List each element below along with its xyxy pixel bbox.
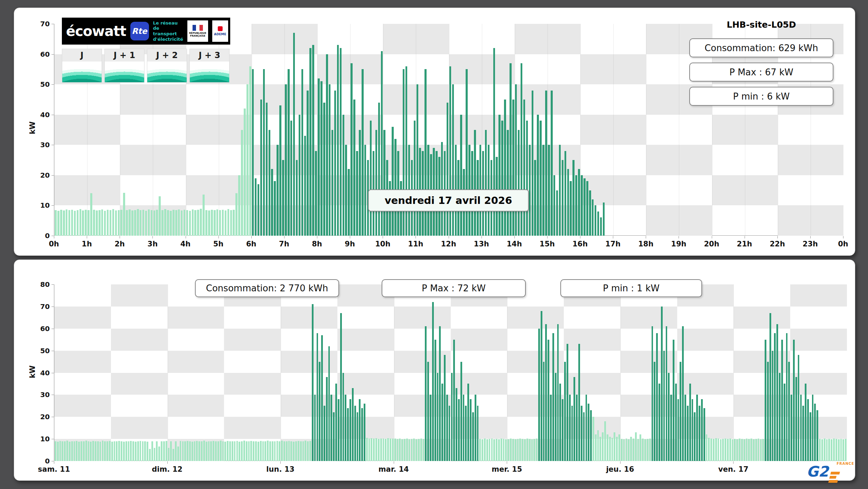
chart-bar: [71, 441, 73, 461]
chart-bar: [603, 203, 605, 236]
chart-bar: [545, 91, 547, 236]
gridline: [54, 284, 55, 461]
chart-bar: [309, 441, 311, 461]
chart-bar: [96, 210, 98, 236]
chart-bar: [774, 333, 776, 461]
x-tick-mark: [394, 461, 394, 464]
x-tick-label: mar. 14: [379, 465, 409, 473]
x-tick-mark: [317, 236, 317, 238]
chart-bar: [279, 105, 281, 236]
chart-bar: [170, 211, 172, 236]
x-tick-mark: [280, 461, 281, 464]
chart-bar: [762, 439, 764, 461]
chart-bar: [649, 439, 651, 461]
chart-bar: [493, 439, 495, 461]
chart-bar: [452, 84, 454, 236]
chart-bar: [570, 181, 572, 236]
x-tick-mark: [383, 236, 383, 238]
chart-bar: [765, 340, 766, 461]
chart-bar: [447, 103, 449, 236]
plot-checker-cell: [778, 205, 843, 236]
chart-bar: [337, 45, 339, 236]
chart-bar: [435, 340, 436, 461]
chart-bar: [635, 432, 637, 461]
chart-bar: [172, 210, 175, 236]
chart-bar: [340, 48, 342, 236]
ademe-text: ADEME: [214, 32, 226, 36]
chart-bar: [140, 441, 141, 461]
chart-bar: [189, 211, 191, 236]
chart-bar: [319, 362, 320, 461]
chart-bar: [123, 442, 125, 461]
chart-bar: [498, 439, 500, 461]
chart-bar: [260, 100, 262, 236]
chart-bar: [305, 441, 306, 461]
chart-bar: [178, 209, 180, 236]
chart-bar: [161, 210, 164, 236]
chart-bar: [220, 441, 222, 461]
chart-bar: [812, 395, 814, 461]
chart-bar: [194, 210, 196, 236]
forecast-tile-j1[interactable]: J + 1: [104, 49, 144, 83]
chart-bar: [720, 439, 722, 461]
rte-tagline-line1: Le réseau: [153, 20, 183, 26]
chart-bar: [519, 439, 521, 461]
plot-checker-cell: [451, 373, 507, 395]
plot-checker-cell: [252, 24, 317, 54]
chart-bar: [66, 209, 68, 236]
chart-bar: [663, 351, 665, 461]
x-tick-label: 21h: [737, 240, 752, 248]
chart-bar: [510, 439, 512, 461]
plot-checker-cell: [224, 373, 281, 395]
chart-bar: [552, 333, 554, 461]
chart-bar: [145, 211, 147, 236]
chart-bar: [330, 395, 332, 461]
plot-checker-cell: [111, 284, 168, 307]
chart-bar: [87, 210, 90, 236]
forecast-tile-j3[interactable]: J + 3: [189, 49, 230, 83]
forecast-tile-j2[interactable]: J + 2: [147, 49, 187, 83]
chart-bar: [77, 210, 79, 236]
chart-bar: [553, 175, 556, 236]
chart-bar: [597, 430, 599, 461]
chart-bar: [505, 439, 507, 461]
x-tick-label: 23h: [803, 240, 818, 248]
forecast-tile-j[interactable]: J: [62, 49, 102, 83]
chart-bar: [526, 121, 528, 236]
plot-checker-cell: [111, 417, 168, 439]
x-tick-mark: [507, 461, 507, 464]
plot-checker-cell: [168, 395, 224, 417]
site-title: LHB-site-L05D: [689, 20, 833, 30]
chart-bar: [524, 439, 526, 461]
chart-bar: [76, 441, 77, 461]
chart-bar: [57, 442, 59, 461]
chart-bar: [293, 442, 295, 461]
chart-bar: [420, 439, 422, 461]
y-tick-mark: [52, 395, 54, 395]
ecowatt-forecast-icon: [62, 62, 102, 82]
x-tick-mark: [679, 236, 679, 238]
chart-bar: [118, 210, 120, 236]
chart-bar: [392, 439, 394, 461]
x-tick-label: ven. 17: [718, 465, 748, 473]
chart-bar: [246, 84, 249, 236]
weekly-consumption-stat: Consommation: 2 770 kWh: [195, 279, 339, 297]
ecowatt-logo: écowatt Rte Le réseau de transport d'éle…: [62, 18, 230, 45]
chart-bar: [507, 130, 509, 236]
chart-bar: [562, 399, 563, 461]
x-tick-mark: [251, 236, 252, 238]
plot-checker-cell: [394, 307, 451, 329]
gridline: [580, 24, 581, 236]
chart-bar: [326, 54, 328, 236]
chart-bar: [682, 326, 684, 461]
republique-francaise-text: RÉPUBLIQUE FRANÇAISE: [189, 32, 206, 37]
x-tick-mark: [284, 236, 284, 238]
chart-bar: [637, 439, 639, 461]
plot-checker-cell: [507, 307, 564, 329]
plot-checker-cell: [515, 24, 580, 54]
gridline: [620, 284, 621, 461]
chart-bar: [661, 307, 663, 461]
chart-bar: [368, 439, 370, 461]
x-tick-mark: [482, 236, 482, 238]
chart-bar: [810, 412, 811, 461]
